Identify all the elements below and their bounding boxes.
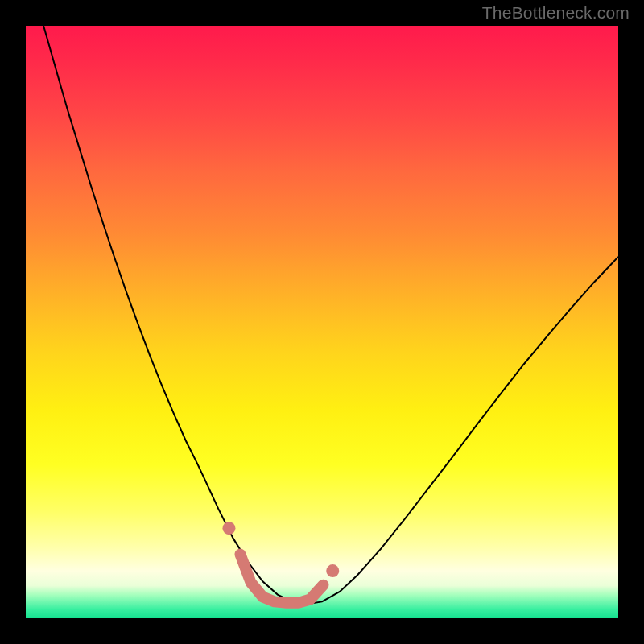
right-dot bbox=[326, 564, 339, 577]
gradient-background bbox=[26, 26, 618, 618]
watermark-text: TheBottleneck.com bbox=[482, 3, 630, 23]
chart-svg bbox=[26, 26, 618, 618]
chart-frame: TheBottleneck.com bbox=[0, 0, 644, 644]
plot-area bbox=[26, 26, 618, 618]
left-dot bbox=[222, 522, 235, 535]
